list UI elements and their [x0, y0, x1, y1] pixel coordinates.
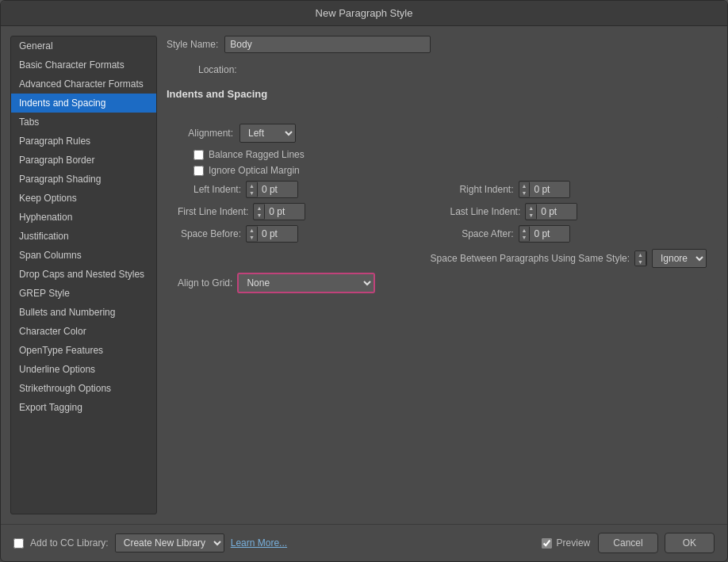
sidebar-item-strikethrough[interactable]: Strikethrough Options [11, 379, 156, 398]
add-cc-checkbox[interactable] [13, 538, 24, 549]
last-line-indent-input[interactable] [537, 204, 577, 220]
alignment-row: Alignment: Left Center Right Justify [178, 124, 707, 143]
space-before-spinner: ▲ ▼ [246, 225, 298, 243]
learn-more-link[interactable]: Learn More... [231, 537, 287, 549]
first-line-indent-down[interactable]: ▼ [254, 212, 264, 219]
sidebar-item-drop-caps[interactable]: Drop Caps and Nested Styles [11, 265, 156, 284]
space-between-select[interactable]: Ignore None [652, 249, 707, 268]
first-line-indent-label: First Line Indent: [178, 206, 248, 217]
preview-row: Preview [542, 537, 591, 549]
left-indent-down[interactable]: ▼ [247, 189, 257, 197]
style-name-input[interactable] [224, 36, 431, 53]
sidebar: GeneralBasic Character FormatsAdvanced C… [10, 36, 157, 514]
right-indent-input[interactable] [530, 182, 569, 197]
sidebar-item-char-color[interactable]: Character Color [11, 322, 156, 341]
style-name-label: Style Name: [167, 39, 218, 50]
left-indent-input[interactable] [258, 182, 297, 197]
sidebar-item-basic-char[interactable]: Basic Character Formats [11, 55, 156, 75]
right-indent-up[interactable]: ▲ [519, 182, 530, 189]
left-indent-label: Left Indent: [178, 184, 241, 195]
sidebar-item-grep-style[interactable]: GREP Style [11, 284, 156, 303]
preview-checkbox[interactable] [542, 538, 552, 549]
last-line-indent-down[interactable]: ▼ [526, 212, 536, 219]
sidebar-item-advanced-char[interactable]: Advanced Character Formats [11, 75, 156, 94]
new-paragraph-style-dialog: New Paragraph Style GeneralBasic Charact… [0, 0, 728, 562]
section-title: Indents and Spacing [167, 88, 718, 100]
align-to-grid-row: Align to Grid: None All Lines First Line… [178, 273, 707, 293]
alignment-select[interactable]: Left Center Right Justify [239, 124, 296, 143]
indents-spacing-panel: Alignment: Left Center Right Justify Bal… [167, 116, 718, 301]
space-after-item: Space After: ▲ ▼ [450, 225, 707, 243]
last-line-indent-spinner: ▲ ▼ [525, 203, 577, 220]
location-label: Location: [198, 64, 237, 75]
preview-label: Preview [557, 537, 591, 549]
sidebar-item-justification[interactable]: Justification [11, 227, 156, 246]
last-line-indent-arrows: ▲ ▼ [526, 205, 537, 219]
sidebar-item-indents-spacing[interactable]: Indents and Spacing [11, 94, 156, 113]
ignore-optical-checkbox[interactable] [193, 166, 204, 176]
space-after-arrows: ▲ ▼ [519, 227, 531, 241]
space-between-up[interactable]: ▲ [635, 251, 646, 258]
balance-ragged-label: Balance Ragged Lines [209, 149, 305, 160]
ok-button[interactable]: OK [665, 533, 715, 553]
space-before-down[interactable]: ▼ [247, 234, 257, 241]
first-line-indent-spinner: ▲ ▼ [253, 203, 305, 220]
sidebar-item-underline[interactable]: Underline Options [11, 360, 156, 379]
align-to-grid-wrapper: None All Lines First Line Only [237, 273, 375, 293]
space-between-row: Space Between Paragraphs Using Same Styl… [178, 249, 707, 268]
space-after-up[interactable]: ▲ [519, 227, 530, 234]
left-indent-up[interactable]: ▲ [247, 182, 257, 189]
sidebar-item-opentype[interactable]: OpenType Features [11, 341, 156, 360]
space-before-arrows: ▲ ▼ [247, 227, 258, 241]
balance-ragged-row: Balance Ragged Lines [193, 149, 707, 160]
sidebar-item-paragraph-border[interactable]: Paragraph Border [11, 151, 156, 170]
indent-grid: Left Indent: ▲ ▼ Right Indent: [178, 181, 707, 243]
right-indent-label: Right Indent: [450, 184, 514, 195]
alignment-label: Alignment: [178, 128, 233, 139]
ignore-optical-row: Ignore Optical Margin [193, 165, 707, 176]
sidebar-item-bullets-numbering[interactable]: Bullets and Numbering [11, 303, 156, 322]
left-indent-spinner: ▲ ▼ [246, 181, 298, 198]
sidebar-item-tabs[interactable]: Tabs [11, 113, 156, 132]
dialog-titlebar: New Paragraph Style [1, 1, 727, 26]
space-before-input[interactable] [258, 226, 297, 242]
sidebar-item-span-columns[interactable]: Span Columns [11, 246, 156, 265]
last-line-indent-up[interactable]: ▲ [526, 205, 536, 212]
sidebar-item-paragraph-rules[interactable]: Paragraph Rules [11, 132, 156, 151]
first-line-indent-arrows: ▲ ▼ [254, 205, 265, 219]
space-between-spinner: ▲ ▼ [634, 250, 647, 266]
left-indent-arrows: ▲ ▼ [247, 182, 258, 197]
first-line-indent-input[interactable] [265, 204, 305, 220]
add-cc-label: Add to CC Library: [30, 537, 109, 549]
space-between-down[interactable]: ▼ [635, 258, 646, 266]
dialog-body: GeneralBasic Character FormatsAdvanced C… [1, 26, 727, 524]
sidebar-item-export-tagging[interactable]: Export Tagging [11, 398, 156, 417]
sidebar-item-keep-options[interactable]: Keep Options [11, 189, 156, 208]
cancel-button[interactable]: Cancel [598, 533, 657, 553]
align-to-grid-select[interactable]: None All Lines First Line Only [239, 274, 374, 292]
ignore-optical-label: Ignore Optical Margin [209, 165, 300, 176]
location-row: Location: [167, 64, 718, 75]
style-name-row: Style Name: [167, 36, 718, 53]
first-line-indent-up[interactable]: ▲ [254, 205, 264, 212]
footer-right: Cancel OK [598, 533, 715, 553]
last-line-indent-item: Last Line Indent: ▲ ▼ [450, 203, 707, 220]
sidebar-item-paragraph-shading[interactable]: Paragraph Shading [11, 170, 156, 189]
right-indent-spinner: ▲ ▼ [519, 181, 571, 198]
balance-ragged-checkbox[interactable] [193, 150, 204, 160]
space-before-up[interactable]: ▲ [247, 227, 257, 234]
cc-library-select[interactable]: Create New Library [115, 533, 224, 552]
space-after-down[interactable]: ▼ [519, 234, 530, 241]
last-line-indent-label: Last Line Indent: [450, 206, 521, 217]
space-after-input[interactable] [530, 226, 569, 242]
sidebar-item-general[interactable]: General [11, 36, 156, 55]
right-indent-down[interactable]: ▼ [519, 189, 530, 197]
space-before-item: Space Before: ▲ ▼ [178, 225, 435, 243]
space-between-arrows: ▲ ▼ [635, 251, 646, 266]
right-indent-arrows: ▲ ▼ [519, 182, 531, 197]
space-after-spinner: ▲ ▼ [519, 225, 571, 243]
dialog-footer: Add to CC Library: Create New Library Le… [1, 524, 727, 561]
first-line-indent-item: First Line Indent: ▲ ▼ [178, 203, 435, 220]
sidebar-item-hyphenation[interactable]: Hyphenation [11, 208, 156, 227]
space-after-label: Space After: [450, 228, 514, 239]
